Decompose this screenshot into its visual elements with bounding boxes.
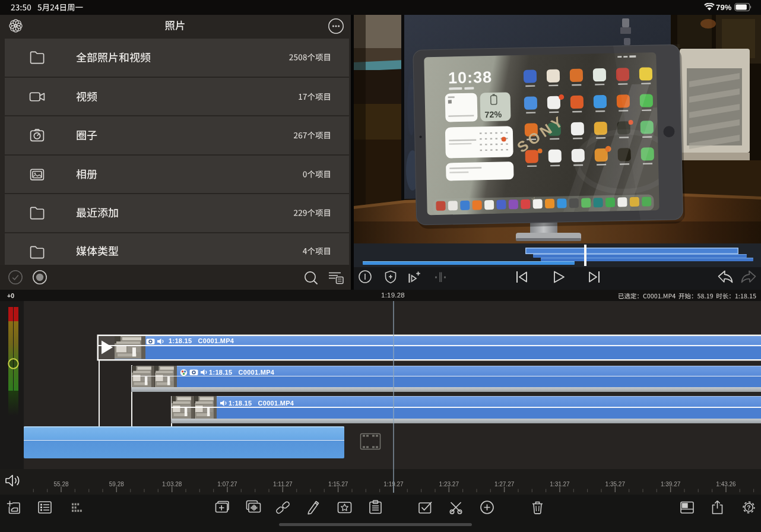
svg-text:?: ?	[747, 504, 750, 511]
svg-text:10:38: 10:38	[448, 68, 493, 87]
svg-text:72%: 72%	[484, 110, 502, 120]
